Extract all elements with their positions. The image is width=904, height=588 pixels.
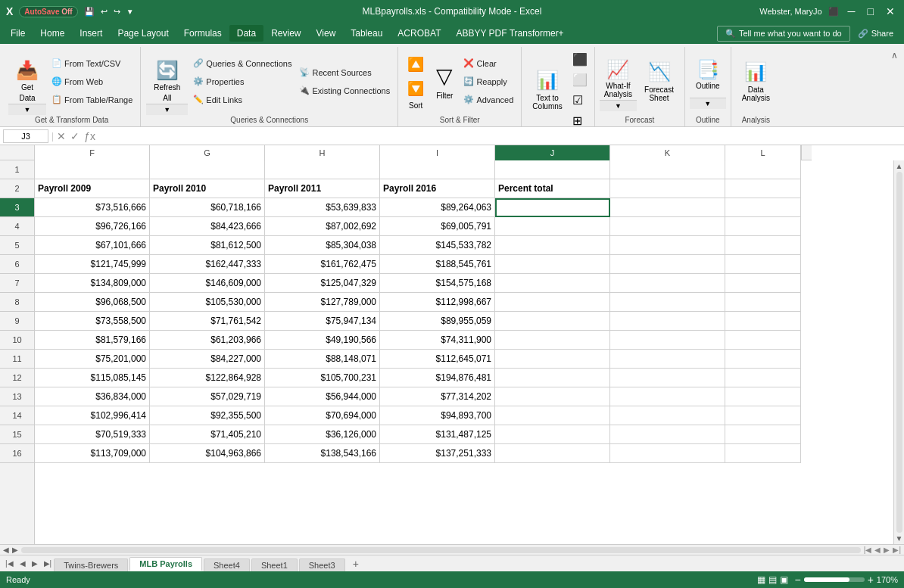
- minimize-button[interactable]: ─: [845, 5, 859, 17]
- sheet-tab-sheet4[interactable]: Sheet4: [204, 558, 250, 571]
- sheet-tab-mlb-payrolls[interactable]: MLB Payrolls: [129, 557, 202, 571]
- row-header-6[interactable]: 6: [0, 255, 34, 274]
- cell-h7[interactable]: $125,047,329: [265, 274, 380, 293]
- page-layout-view-button[interactable]: ▤: [768, 574, 777, 585]
- cell-h4[interactable]: $87,002,692: [265, 217, 380, 236]
- menu-data[interactable]: Data: [229, 25, 263, 42]
- text-to-columns-button[interactable]: 📊 Text toColumns: [526, 63, 568, 117]
- cell-i3[interactable]: $89,264,063: [380, 198, 495, 217]
- cell-k6[interactable]: [610, 255, 725, 274]
- cell-f5[interactable]: $67,101,666: [35, 236, 150, 255]
- cell-k11[interactable]: [610, 350, 725, 369]
- cell-h11[interactable]: $88,148,071: [265, 350, 380, 369]
- cell-k2[interactable]: [610, 179, 725, 198]
- cell-i16[interactable]: $137,251,333: [380, 444, 495, 463]
- cell-g13[interactable]: $57,029,719: [150, 387, 265, 406]
- cell-f4[interactable]: $96,726,166: [35, 217, 150, 236]
- cell-l12[interactable]: [725, 369, 801, 387]
- cell-i14[interactable]: $94,893,700: [380, 406, 495, 425]
- cell-j12[interactable]: [495, 369, 610, 387]
- outline-button[interactable]: 📑 Outline ▼: [690, 54, 726, 109]
- from-text-csv-button[interactable]: 📄 From Text/CSV: [48, 55, 136, 72]
- cell-h8[interactable]: $127,789,000: [265, 293, 380, 312]
- autosave-toggle[interactable]: AutoSave Off: [19, 6, 77, 17]
- menu-tableau[interactable]: Tableau: [343, 25, 390, 42]
- cell-f9[interactable]: $73,558,500: [35, 312, 150, 331]
- menu-file[interactable]: File: [3, 25, 33, 42]
- refresh-dropdown-arrow[interactable]: ▼: [146, 104, 188, 115]
- outline-dropdown-arrow[interactable]: ▼: [690, 98, 726, 109]
- sheet-nav-prev[interactable]: ◀: [17, 559, 28, 568]
- sheet-tab-sheet1[interactable]: Sheet1: [251, 558, 298, 571]
- cell-f6[interactable]: $121,745,999: [35, 255, 150, 274]
- cell-i6[interactable]: $188,545,761: [380, 255, 495, 274]
- menu-page-layout[interactable]: Page Layout: [110, 25, 176, 42]
- cell-g16[interactable]: $104,963,866: [150, 444, 265, 463]
- sheet-nav-first[interactable]: |◀: [3, 559, 16, 568]
- cell-k4[interactable]: [610, 217, 725, 236]
- cell-g6[interactable]: $162,447,333: [150, 255, 265, 274]
- save-icon[interactable]: 💾: [84, 7, 95, 17]
- cell-f8[interactable]: $96,068,500: [35, 293, 150, 312]
- cell-j2[interactable]: Percent total: [495, 179, 610, 198]
- cell-g1[interactable]: [150, 160, 265, 179]
- cell-j10[interactable]: [495, 331, 610, 350]
- col-header-l[interactable]: L: [725, 145, 801, 160]
- cell-j9[interactable]: [495, 312, 610, 331]
- flash-fill-button[interactable]: ⬛: [570, 50, 590, 69]
- cell-g9[interactable]: $71,761,542: [150, 312, 265, 331]
- cell-reference-box[interactable]: [3, 129, 48, 143]
- cell-k13[interactable]: [610, 387, 725, 406]
- cell-k15[interactable]: [610, 425, 725, 444]
- cell-l5[interactable]: [725, 236, 801, 255]
- cell-g5[interactable]: $81,612,500: [150, 236, 265, 255]
- cell-k5[interactable]: [610, 236, 725, 255]
- cell-l4[interactable]: [725, 217, 801, 236]
- cell-g12[interactable]: $122,864,928: [150, 369, 265, 387]
- cell-h13[interactable]: $56,944,000: [265, 387, 380, 406]
- reapply-button[interactable]: 🔄 Reapply: [460, 73, 516, 90]
- cell-l2[interactable]: [725, 179, 801, 198]
- customize-qat[interactable]: ▼: [126, 8, 134, 16]
- scroll-left-arrow[interactable]: ◀: [3, 546, 9, 554]
- sheet-tab-sheet3[interactable]: Sheet3: [299, 558, 345, 571]
- menu-view[interactable]: View: [309, 25, 344, 42]
- col-header-k[interactable]: K: [610, 145, 725, 160]
- sheet-nav-last[interactable]: ▶|: [42, 559, 55, 568]
- consolidate-button[interactable]: ⊞: [570, 111, 590, 130]
- cell-i2[interactable]: Payroll 2016: [380, 179, 495, 198]
- cell-h1[interactable]: [265, 160, 380, 179]
- cell-i13[interactable]: $77,314,202: [380, 387, 495, 406]
- cell-g14[interactable]: $92,355,500: [150, 406, 265, 425]
- remove-duplicates-button[interactable]: ⬜: [570, 70, 590, 89]
- cell-f10[interactable]: $81,579,166: [35, 331, 150, 350]
- cell-f13[interactable]: $36,834,000: [35, 387, 150, 406]
- cancel-formula-icon[interactable]: ✕: [57, 130, 66, 142]
- recent-sources-button[interactable]: 📡 Recent Sources: [296, 64, 393, 81]
- cell-l15[interactable]: [725, 425, 801, 444]
- page-break-view-button[interactable]: ▣: [780, 574, 788, 585]
- menu-home[interactable]: Home: [33, 25, 72, 42]
- from-web-button[interactable]: 🌐 From Web: [48, 73, 136, 90]
- cell-k14[interactable]: [610, 406, 725, 425]
- collapse-ribbon-button[interactable]: ∧: [888, 47, 901, 126]
- add-sheet-button[interactable]: +: [347, 556, 365, 571]
- cell-l9[interactable]: [725, 312, 801, 331]
- cell-l7[interactable]: [725, 274, 801, 293]
- insert-function-icon[interactable]: ƒx: [84, 130, 95, 142]
- row-header-14[interactable]: 14: [0, 406, 34, 425]
- what-if-dropdown-arrow[interactable]: ▼: [600, 100, 637, 111]
- scrollbar-nav-prev[interactable]: ◀: [874, 546, 881, 554]
- cell-j11[interactable]: [495, 350, 610, 369]
- filter-button[interactable]: ▽ Filter: [430, 54, 459, 109]
- menu-abbyy[interactable]: ABBYY PDF Transformer+: [448, 25, 571, 42]
- cell-j8[interactable]: [495, 293, 610, 312]
- cell-k8[interactable]: [610, 293, 725, 312]
- row-header-13[interactable]: 13: [0, 387, 34, 406]
- cell-l1[interactable]: [725, 160, 801, 179]
- cell-l16[interactable]: [725, 444, 801, 463]
- row-header-11[interactable]: 11: [0, 350, 34, 369]
- cell-f7[interactable]: $134,809,000: [35, 274, 150, 293]
- undo-icon[interactable]: ↩: [101, 7, 108, 17]
- confirm-formula-icon[interactable]: ✓: [70, 130, 79, 142]
